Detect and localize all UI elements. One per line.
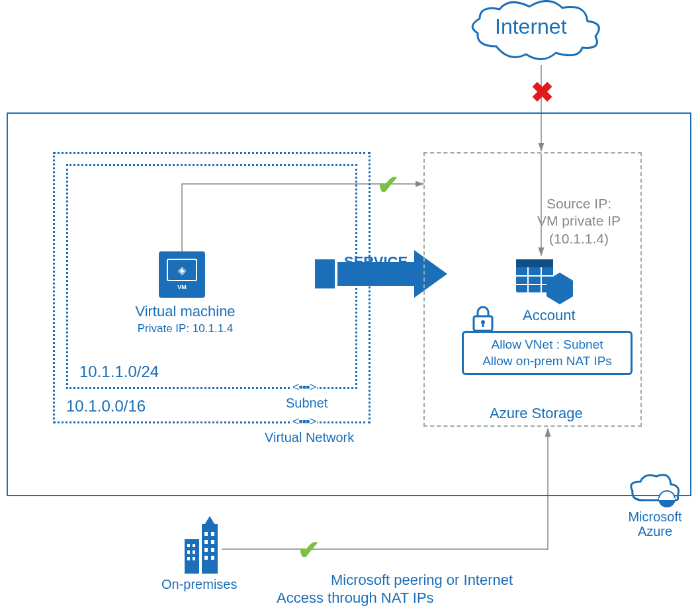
microsoft-azure-cloud-icon xyxy=(629,470,681,509)
onprem-connection-line1: Microsoft peering or Internet xyxy=(331,572,513,589)
service-endpoint-label: SERVICE ENDPOINT xyxy=(344,254,419,286)
allow-check-vm-icon: ✔ xyxy=(377,169,400,200)
svg-rect-30 xyxy=(211,548,214,552)
azure-storage-label: Azure Storage xyxy=(490,405,583,422)
subnet-cidr: 10.1.1.0/24 xyxy=(79,363,159,381)
microsoft-azure-label: Microsoft Azure xyxy=(622,509,688,539)
azure-label-line1: Microsoft xyxy=(628,509,681,524)
service-endpoint-label-line2: ENDPOINT xyxy=(344,269,419,286)
svg-rect-5 xyxy=(516,259,553,267)
lock-icon xyxy=(471,304,495,333)
source-ip-line3: (10.1.1.4) xyxy=(549,231,609,246)
onprem-connection-line2: Access through NAT IPs xyxy=(277,589,434,607)
svg-rect-15 xyxy=(659,498,675,500)
source-ip-line1: Source IP: xyxy=(547,196,611,211)
virtual-machine-icon: ◈ VM xyxy=(159,251,205,298)
svg-rect-31 xyxy=(204,556,208,560)
on-premises-label: On-premises xyxy=(161,577,237,592)
vnet-cidr: 10.1.0.0/16 xyxy=(66,397,146,415)
svg-rect-28 xyxy=(211,540,214,544)
svg-rect-21 xyxy=(187,550,190,554)
svg-rect-24 xyxy=(193,557,195,560)
svg-rect-20 xyxy=(193,544,195,547)
on-premises-icon xyxy=(182,516,222,576)
svg-rect-29 xyxy=(204,548,208,552)
svg-rect-17 xyxy=(202,524,218,574)
svg-rect-13 xyxy=(482,322,484,327)
vnet-connector-label: Virtual Network xyxy=(265,430,354,445)
azure-label-line2: Azure xyxy=(638,524,672,539)
svg-rect-23 xyxy=(187,557,190,560)
svg-rect-25 xyxy=(204,532,208,536)
allow-check-onprem-icon: ✔ xyxy=(298,535,320,565)
svg-rect-27 xyxy=(204,540,208,544)
svg-marker-18 xyxy=(202,516,218,529)
source-ip-annotation: Source IP: VM private IP (10.1.1.4) xyxy=(519,195,638,247)
svg-rect-19 xyxy=(187,544,190,547)
deny-cross-icon: ✖ xyxy=(531,76,554,109)
storage-account-label: Account xyxy=(523,307,576,324)
firewall-rule-2: Allow on-prem NAT IPs xyxy=(469,353,625,370)
svg-rect-16 xyxy=(185,539,199,574)
subnet-box xyxy=(66,164,357,389)
firewall-rule-1: Allow VNet : Subnet xyxy=(469,337,625,353)
vnet-connector-icon: <▪▪▪> xyxy=(291,415,317,429)
vm-label: Virtual machine xyxy=(126,303,245,320)
service-endpoint-label-line1: SERVICE xyxy=(344,253,408,270)
svg-rect-26 xyxy=(211,532,214,536)
storage-firewall-rules: Allow VNet : Subnet Allow on-prem NAT IP… xyxy=(462,331,633,375)
vm-private-ip: Private IP: 10.1.1.4 xyxy=(126,322,245,335)
subnet-connector-icon: <▪▪▪> xyxy=(291,380,317,394)
svg-rect-32 xyxy=(211,556,214,560)
source-ip-line2: VM private IP xyxy=(537,213,621,228)
internet-label: Internet xyxy=(495,15,567,39)
subnet-connector-label: Subnet xyxy=(286,396,328,411)
svg-rect-2 xyxy=(315,259,335,288)
svg-rect-22 xyxy=(193,550,195,554)
storage-account-icon xyxy=(515,258,574,304)
